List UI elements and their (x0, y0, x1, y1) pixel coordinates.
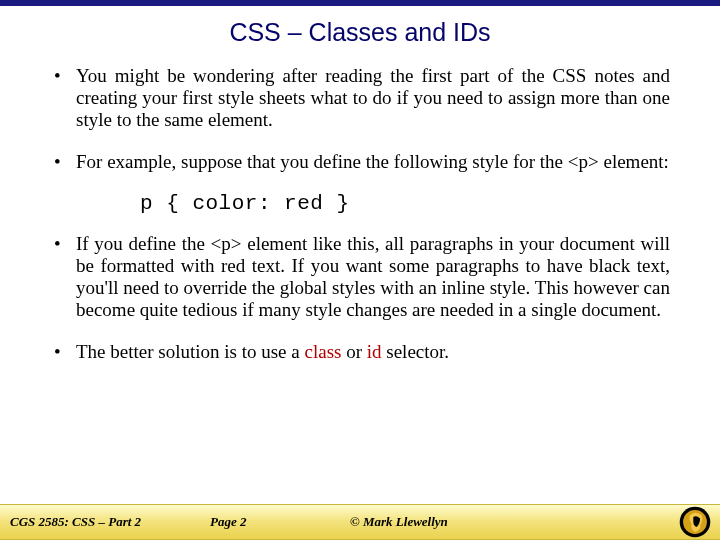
logo-icon (670, 505, 720, 539)
bullet-4-post: selector. (382, 341, 450, 362)
bullet-4-mid: or (341, 341, 366, 362)
bullet-1: You might be wondering after reading the… (50, 65, 670, 131)
footer-bar: CGS 2585: CSS – Part 2 Page 2 © Mark Lle… (0, 504, 720, 540)
slide-title: CSS – Classes and IDs (0, 18, 720, 47)
bullet-4-class: class (304, 341, 341, 362)
footer-page-number: Page 2 (210, 514, 350, 530)
bullet-4-text-pre: The better solution is to use a (76, 341, 304, 362)
footer-course: CGS 2585: CSS – Part 2 (0, 514, 210, 530)
slide: CSS – Classes and IDs You might be wonde… (0, 0, 720, 540)
bullet-2: For example, suppose that you define the… (50, 151, 670, 173)
bullet-list: You might be wondering after reading the… (50, 65, 670, 172)
bullet-4: The better solution is to use a class or… (50, 341, 670, 363)
bullet-list-2: If you define the <p> element like this,… (50, 233, 670, 362)
slide-content: You might be wondering after reading the… (0, 65, 720, 540)
bullet-4-id: id (367, 341, 382, 362)
code-example: p { color: red } (140, 192, 670, 215)
bullet-3: If you define the <p> element like this,… (50, 233, 670, 320)
footer-copyright: © Mark Llewellyn (350, 514, 670, 530)
